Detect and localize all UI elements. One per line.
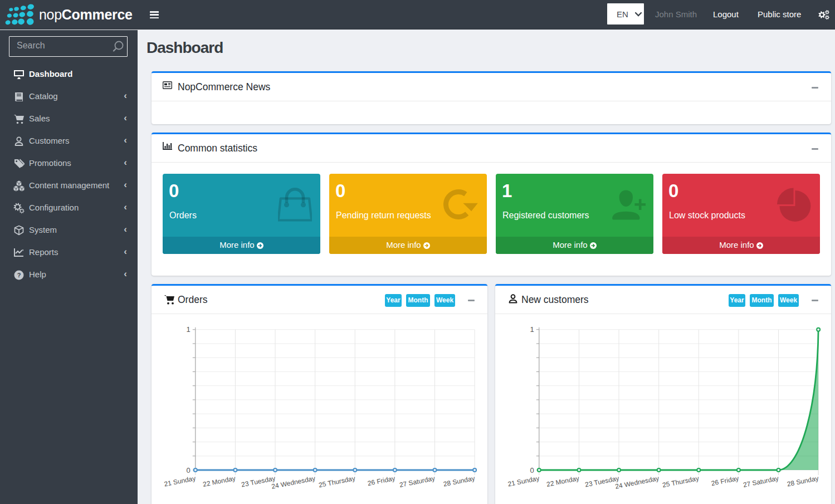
svg-text:24 Wednesday: 24 Wednesday (271, 474, 316, 491)
svg-text:0: 0 (187, 466, 191, 474)
svg-text:26 Friday: 26 Friday (367, 474, 396, 487)
svg-text:0: 0 (530, 466, 534, 474)
svg-text:21 Sunday: 21 Sunday (507, 474, 540, 488)
svg-text:22 Monday: 22 Monday (202, 474, 236, 488)
svg-text:21 Sunday: 21 Sunday (163, 474, 196, 488)
svg-text:25 Thursday: 25 Thursday (318, 474, 356, 489)
svg-text:28 Sunday: 28 Sunday (787, 474, 819, 488)
svg-text:1: 1 (530, 325, 534, 334)
svg-text:26 Friday: 26 Friday (711, 474, 740, 487)
svg-text:?: ? (17, 272, 21, 278)
svg-text:27 Saturday: 27 Saturday (399, 474, 436, 489)
svg-text:23 Tuesday: 23 Tuesday (241, 474, 276, 489)
svg-text:28 Sunday: 28 Sunday (443, 474, 476, 488)
svg-text:1: 1 (187, 325, 191, 334)
svg-text:22 Monday: 22 Monday (546, 474, 580, 488)
svg-text:24 Wednesday: 24 Wednesday (614, 474, 660, 491)
svg-text:23 Tuesday: 23 Tuesday (584, 474, 620, 489)
svg-text:25 Thursday: 25 Thursday (662, 474, 700, 489)
svg-text:27 Saturday: 27 Saturday (743, 474, 779, 489)
